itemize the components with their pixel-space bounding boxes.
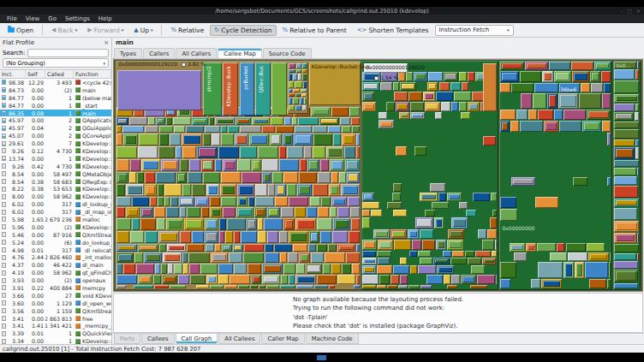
treemap-block[interactable] <box>614 147 635 159</box>
treemap-block[interactable] <box>321 119 337 123</box>
treemap-block[interactable] <box>614 122 639 128</box>
treemap-block[interactable] <box>362 285 375 288</box>
treemap-block[interactable] <box>309 231 319 243</box>
treemap-block[interactable] <box>410 102 425 111</box>
treemap-block[interactable] <box>190 275 206 284</box>
treemap-block[interactable] <box>289 197 308 206</box>
treemap-block[interactable] <box>116 285 126 288</box>
treemap-block[interactable] <box>284 117 291 125</box>
treemap-block[interactable] <box>256 209 265 216</box>
treemap-block[interactable] <box>544 73 552 81</box>
treemap-block[interactable] <box>331 186 338 194</box>
treemap-block[interactable] <box>447 240 463 249</box>
table-row[interactable]: 3.411.411 341 421_memcpy_sse... <box>0 323 111 330</box>
treemap-block[interactable] <box>296 264 305 274</box>
treemap-block[interactable] <box>461 275 476 284</box>
treemap-block[interactable] <box>377 251 392 257</box>
table-row[interactable]: 5.240.00(6)do_lookup_x <box>0 239 111 246</box>
treemap-block[interactable] <box>168 264 173 274</box>
treemap-block[interactable] <box>546 122 558 129</box>
shorten-templates-toggle[interactable]: <> Shorten Templates <box>353 25 433 36</box>
treemap-block[interactable] <box>212 134 220 145</box>
treemap-block[interactable] <box>513 179 534 184</box>
treemap-block[interactable] <box>206 233 217 241</box>
tab-all-callees[interactable]: All Callees <box>218 334 260 344</box>
treemap-block[interactable] <box>533 93 546 109</box>
treemap-block[interactable] <box>262 126 275 133</box>
treemap-block[interactable] <box>477 275 494 284</box>
table-row[interactable]: 3.340.001KDevelop::Spl... <box>0 337 111 344</box>
table-row[interactable]: 84.770.001(below main) <box>0 94 111 102</box>
treemap-block[interactable] <box>607 177 611 186</box>
treemap-block[interactable] <box>123 134 138 145</box>
treemap-block[interactable] <box>116 126 122 133</box>
treemap-block[interactable] <box>311 252 324 262</box>
treemap-block[interactable] <box>435 112 442 119</box>
treemap-block[interactable] <box>129 117 147 125</box>
treemap-block[interactable] <box>289 89 292 92</box>
treemap-block[interactable] <box>289 63 295 68</box>
treemap-block[interactable] <box>304 146 312 158</box>
treemap-block[interactable] <box>520 121 542 131</box>
treemap-block[interactable] <box>295 275 316 284</box>
treemap-block[interactable] <box>156 117 165 125</box>
treemap-block[interactable] <box>244 244 263 252</box>
treemap-block[interactable] <box>432 202 449 210</box>
treemap-block[interactable] <box>335 220 349 228</box>
treemap-block[interactable] <box>243 252 264 262</box>
treemap-block[interactable] <box>183 264 188 274</box>
treemap-block[interactable] <box>306 264 322 274</box>
table-row[interactable]: 8.540.3858 683QRegExp::ind... <box>0 178 111 186</box>
treemap-block[interactable] <box>141 159 160 171</box>
treemap-block[interactable] <box>343 186 358 194</box>
table-row[interactable]: 4.980.01317_dl_relocate_o... <box>0 246 111 254</box>
table-row[interactable]: 8.220.3853 653KDevelop::Buc... <box>0 185 111 193</box>
treemap-block[interactable] <box>210 285 224 288</box>
treemap-block[interactable] <box>228 126 239 133</box>
table-row[interactable]: 84.730.00(2)main <box>0 86 111 94</box>
treemap-block[interactable] <box>525 62 548 70</box>
treemap-block[interactable] <box>394 240 411 249</box>
table-row[interactable]: 13.740.001KDevelop::Core... <box>0 155 111 163</box>
treemap-block[interactable] <box>614 80 639 92</box>
treemap-block[interactable] <box>281 207 294 217</box>
treemap-block[interactable] <box>576 264 582 276</box>
treemap-block[interactable] <box>422 240 436 249</box>
treemap-block[interactable] <box>215 159 222 171</box>
treemap-block[interactable] <box>234 264 246 274</box>
treemap-block[interactable] <box>238 285 249 288</box>
treemap-block[interactable] <box>425 102 440 111</box>
treemap-block[interactable] <box>418 265 435 274</box>
treemap-block[interactable] <box>436 92 453 101</box>
treemap-block[interactable] <box>333 218 350 230</box>
treemap-block[interactable] <box>470 285 487 288</box>
treemap-block[interactable] <box>400 275 408 284</box>
treemap-block[interactable] <box>462 276 474 282</box>
treemap-region[interactable] <box>499 61 613 290</box>
treemap-block[interactable] <box>347 172 359 183</box>
column-header-self[interactable]: Self <box>26 70 45 78</box>
callee-map-treemap[interactable]: 0x00000000001292203.82 %strncmp/2KDevelo… <box>113 59 643 292</box>
treemap-block[interactable] <box>392 231 406 237</box>
treemap-block[interactable] <box>616 149 633 157</box>
treemap-block[interactable] <box>262 172 271 183</box>
treemap-block[interactable] <box>438 267 452 272</box>
treemap-block[interactable] <box>614 233 636 243</box>
treemap-block[interactable] <box>197 199 207 205</box>
treemap-block[interactable] <box>293 98 298 104</box>
treemap-block[interactable] <box>186 220 202 228</box>
table-row[interactable]: 8.540.0058 497QMetaObject::... <box>0 170 111 178</box>
treemap-block[interactable] <box>333 199 345 205</box>
treemap-block[interactable] <box>150 197 158 206</box>
treemap-block[interactable] <box>371 210 382 217</box>
treemap-block[interactable] <box>145 184 157 196</box>
treemap-block[interactable] <box>248 220 256 228</box>
treemap-block[interactable] <box>588 111 609 119</box>
treemap-block[interactable] <box>138 275 152 284</box>
treemap-block[interactable] <box>304 98 307 104</box>
treemap-block[interactable] <box>409 231 417 237</box>
treemap-block[interactable] <box>379 112 388 119</box>
treemap-block[interactable] <box>379 275 390 284</box>
treemap-block[interactable] <box>299 186 310 194</box>
treemap-feature-block[interactable] <box>271 62 286 116</box>
